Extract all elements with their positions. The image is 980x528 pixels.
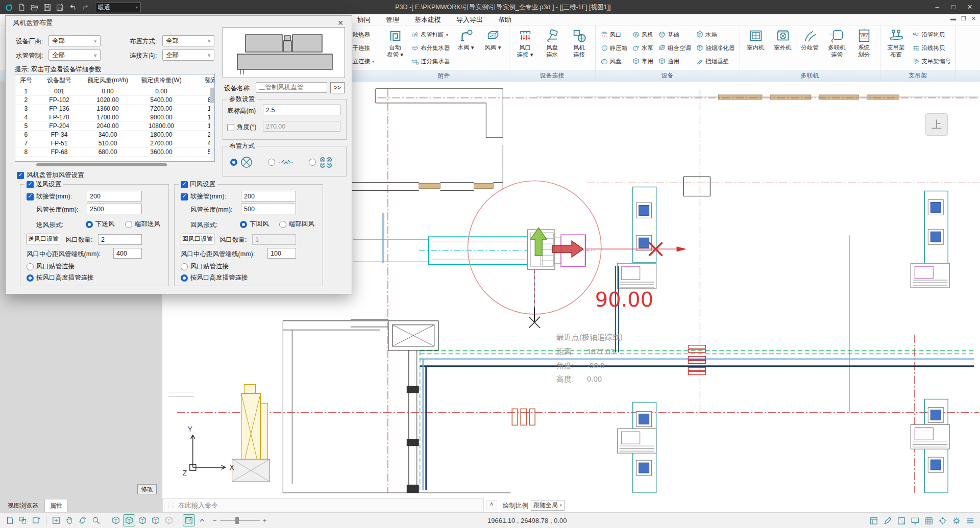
duct-settings-toggle[interactable]: 风机盘管加风管设置 (17, 171, 84, 180)
connect-direction-combo[interactable]: 全部∨ (162, 49, 214, 61)
supply-flex-field[interactable] (87, 191, 142, 202)
manufacturer-combo[interactable]: 全部∨ (48, 35, 101, 46)
command-input[interactable] (178, 501, 483, 509)
open-file-button[interactable] (30, 3, 39, 12)
table-column-header[interactable]: 额定供冷量(W) (134, 74, 189, 87)
status-cube-front-button[interactable] (110, 515, 121, 526)
workspace-selector[interactable]: 暖通 ▾ (95, 3, 141, 12)
ribbon-item-indoor-unit[interactable]: 室内机 (743, 27, 769, 68)
status-cube-left-button[interactable] (137, 515, 148, 526)
ribbon-item-coil[interactable]: 自动 盘管 ▾ (382, 27, 408, 68)
ribbon-item-fancoil[interactable]: 风盘 (599, 55, 629, 67)
child-restore-button[interactable]: ❐ (961, 15, 966, 22)
ribbon-item-hanger-number[interactable]: 支吊架编号 (911, 55, 953, 67)
redo-button[interactable] (81, 3, 90, 12)
status-grid-button[interactable] (923, 515, 935, 526)
supply-outlet-settings-button[interactable]: 送风口设置 (27, 234, 60, 244)
status-zoom-extents-button[interactable] (51, 515, 62, 526)
supply-duct-length-field[interactable] (87, 204, 142, 214)
table-row[interactable]: 3FP-1361360.007200.0010800. (15, 104, 215, 113)
ribbon-item-tank[interactable]: 水箱 (694, 29, 737, 41)
supply-form-end-option[interactable]: 端部送风 (125, 220, 160, 229)
status-cube-ghost-button[interactable] (163, 515, 175, 526)
return-outlet-settings-button[interactable]: 回风口设置 (181, 234, 214, 244)
supply-form-down-option[interactable]: 下送风 (86, 220, 115, 229)
menu-tab-1[interactable]: 协同 (357, 15, 371, 24)
ribbon-item-vrv-pipe[interactable]: 多联机 连管 (824, 27, 850, 68)
child-close-button[interactable]: ✕ (971, 15, 976, 22)
status-cube-top-button[interactable] (150, 515, 161, 526)
table-column-header[interactable]: 额定风量(m³/h) (82, 74, 134, 87)
placement-area-option[interactable] (309, 156, 334, 169)
ribbon-item-outlet-connect[interactable]: 风口 连接 ▾ (512, 27, 538, 68)
ribbon-item-ahu[interactable]: 组合空调 (656, 42, 693, 54)
ribbon-item-fan[interactable]: 风机 (630, 29, 655, 41)
status-view-add-button[interactable] (31, 515, 42, 526)
placement-single-option[interactable] (230, 156, 253, 169)
ribbon-item-fan-connect[interactable]: 风机 连接 (567, 27, 592, 68)
table-column-header[interactable]: 序号 (15, 74, 37, 87)
ribbon-item-copy-along-pipe[interactable]: 沿管拷贝 (911, 29, 953, 41)
more-params-button[interactable]: >> (330, 82, 345, 93)
zoom-slider-thumb[interactable] (235, 517, 239, 524)
device-name-field[interactable] (256, 82, 327, 93)
dialog-close-icon[interactable]: ✕ (334, 19, 347, 27)
table-row[interactable]: 10010.000.000.00 (15, 87, 215, 95)
ribbon-item-water-valve[interactable]: 水阀 ▾ (453, 27, 479, 68)
maximize-button[interactable]: □ (946, 2, 961, 13)
return-form-down-option[interactable]: 下回风 (240, 220, 269, 229)
placement-along-line-option[interactable] (268, 156, 295, 169)
pipe-system-combo[interactable]: 全部∨ (48, 49, 101, 61)
device-table[interactable]: 序号设备型号额定风量(m³/h)额定供冷量(W)额定供热 10010.000.0… (15, 74, 215, 162)
undo-button[interactable] (68, 3, 77, 12)
ribbon-item-pump[interactable]: 水泵 (630, 42, 655, 54)
status-pan-button[interactable] (64, 515, 75, 526)
return-flex-field[interactable] (241, 191, 296, 202)
ribbon-item-coil-break[interactable]: 盘管打断▾ (409, 29, 452, 41)
table-column-header[interactable]: 额定供热 (189, 74, 215, 87)
status-new-view-button[interactable] (4, 515, 15, 526)
panel-tab-1[interactable]: 视图浏览器 (3, 499, 43, 512)
new-file-button[interactable] (17, 3, 26, 12)
ribbon-item-smoke-baffle[interactable]: 挡烟垂壁 (694, 55, 737, 67)
return-outlet-distance-field[interactable] (267, 248, 296, 259)
ribbon-item-system-divide[interactable]: VRV系统 划分 (851, 27, 877, 68)
return-checkbox[interactable] (181, 181, 188, 188)
status-viewports-button[interactable] (17, 515, 29, 526)
supply-checkbox[interactable] (27, 181, 34, 188)
status-collapse-up-button[interactable] (197, 515, 208, 526)
ribbon-item-plenum[interactable]: 静压箱 (599, 42, 629, 54)
status-gear-button[interactable] (951, 515, 962, 526)
ribbon-item-manifold-link[interactable]: 连分集水器 (409, 55, 452, 67)
status-display-style-button[interactable] (896, 515, 907, 526)
modify-button[interactable]: 修改 (137, 484, 157, 494)
drag-handle-icon[interactable]: ⋮⋮ (163, 502, 178, 508)
supply-outlet-count-field[interactable] (98, 234, 142, 245)
save-button[interactable] (42, 3, 52, 12)
table-row[interactable]: 6FP-34340.001800.002700.0 (15, 130, 215, 139)
ribbon-item-hanger[interactable]: 支吊架 布置 (884, 27, 909, 68)
return-form-end-option[interactable]: 端部回风 (279, 220, 314, 229)
zoom-slider[interactable]: − + (213, 517, 266, 524)
status-crosshair-button[interactable] (937, 515, 948, 526)
table-column-header[interactable]: 设备型号 (37, 74, 82, 87)
save-as-button[interactable] (55, 3, 64, 12)
status-layers-button[interactable] (965, 515, 976, 526)
angle-checkbox[interactable] (227, 124, 234, 131)
ribbon-item-copy-along-line[interactable]: 沿线拷贝 (911, 42, 953, 54)
ribbon-item-purifier[interactable]: 油烟净化器 (694, 42, 737, 54)
ribbon-item-air-outlet[interactable]: 风口 (599, 29, 629, 41)
menu-tab-2[interactable]: 管理 (386, 15, 399, 24)
north-nav-button[interactable]: 上 (925, 113, 948, 136)
menu-tab-3[interactable]: 基本建模 (414, 15, 441, 24)
close-button[interactable]: ✕ (963, 2, 977, 13)
panel-tab-2[interactable]: 属性 (44, 499, 68, 512)
minimize-button[interactable]: – (930, 2, 944, 13)
placement-single-radio[interactable] (230, 159, 237, 166)
ribbon-item-manifold[interactable]: 布分集水器 (409, 42, 452, 54)
child-minimize-button[interactable]: ▬ (950, 15, 956, 22)
table-row[interactable]: 5FP-2042040.0010800.0016200. (15, 121, 215, 130)
status-orbit-button[interactable] (77, 515, 88, 526)
supply-height-insert-option[interactable]: 按风口高度插管连接 (27, 273, 94, 282)
ribbon-item-common[interactable]: 常用 (630, 55, 655, 67)
